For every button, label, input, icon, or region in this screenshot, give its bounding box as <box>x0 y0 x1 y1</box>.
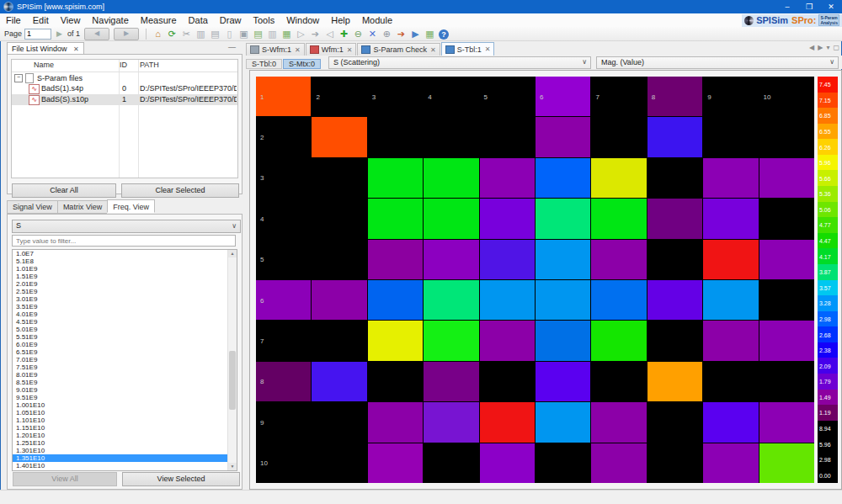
freq-item[interactable]: 1.51E9 <box>13 273 228 280</box>
freq-item[interactable]: 6.51E9 <box>13 348 228 356</box>
save-document-icon[interactable]: ▥ <box>266 28 279 40</box>
tree-expander-icon[interactable]: − <box>14 74 23 82</box>
tab-s-mtx-0[interactable]: S-Mtx:0 <box>283 59 321 69</box>
freq-item[interactable]: 9.01E9 <box>13 386 228 394</box>
menu-draw[interactable]: Draw <box>214 15 248 25</box>
matrix-cell[interactable] <box>703 321 758 360</box>
scroll-down-icon[interactable]: ▼ <box>228 463 237 470</box>
matrix-cell[interactable] <box>703 240 758 279</box>
matrix-cell[interactable] <box>759 280 814 320</box>
matrix-cell[interactable]: 9 <box>703 77 758 116</box>
matrix-cell[interactable] <box>703 117 758 157</box>
matrix-cell[interactable]: 3 <box>256 158 311 198</box>
freq-item[interactable]: 1.201E10 <box>13 432 228 439</box>
matrix-cell[interactable] <box>368 443 423 483</box>
matrix-cell[interactable] <box>368 321 423 360</box>
menu-tools[interactable]: Tools <box>248 15 281 25</box>
tab-s-param-check[interactable]: S-Param Check✕ <box>357 43 440 56</box>
matrix-cell[interactable] <box>480 321 535 360</box>
freq-item[interactable]: 1.051E10 <box>13 409 228 416</box>
tab-s-wfm-1[interactable]: S-Wfm:1✕ <box>246 43 305 56</box>
freq-item[interactable]: 7.51E9 <box>13 363 228 371</box>
document-icon[interactable]: ▯ <box>223 28 236 40</box>
tab-list-icon[interactable]: ▾ <box>826 44 829 51</box>
matrix-cell[interactable] <box>536 117 590 157</box>
freq-item[interactable]: 1.01E9 <box>13 265 228 273</box>
matrix-cell[interactable]: 1 <box>256 77 311 116</box>
back-icon[interactable]: ◁ <box>323 28 336 40</box>
matrix-cell[interactable] <box>591 280 646 320</box>
matrix-cell[interactable] <box>591 362 646 401</box>
menu-edit[interactable]: Edit <box>27 15 55 25</box>
freq-item[interactable]: 1.451E10 <box>13 470 228 470</box>
exit-icon[interactable]: ⌂ <box>152 28 164 40</box>
matrix-cell[interactable]: 4 <box>424 77 478 116</box>
matrix-cell[interactable] <box>536 443 590 483</box>
file-row[interactable]: ∿BadS(S).s10p1D:/SPITest/SPro/IEEEP370/D… <box>12 94 237 105</box>
matrix-cell[interactable]: 2 <box>256 117 311 157</box>
file-row[interactable]: ∿BadS(1).s4p0D:/SPITest/SPro/IEEEP370/De… <box>12 83 237 94</box>
report-icon[interactable]: ▦ <box>424 28 436 40</box>
tab-matrix-view[interactable]: Matrix View <box>57 200 107 214</box>
close-tab-icon[interactable]: ✕ <box>430 46 436 54</box>
matrix-cell[interactable] <box>591 240 646 279</box>
matrix-cell[interactable] <box>759 240 814 279</box>
matrix-cell[interactable] <box>368 280 423 320</box>
freq-item[interactable]: 5.1E8 <box>13 257 228 265</box>
matrix-cell[interactable]: 2 <box>312 77 366 116</box>
freq-item[interactable]: 7.01E9 <box>13 356 228 363</box>
menu-module[interactable]: Module <box>356 15 398 25</box>
matrix-cell[interactable] <box>536 362 590 401</box>
next-page-button[interactable]: ▶ <box>114 28 139 40</box>
matrix-cell[interactable] <box>591 321 646 360</box>
matrix-cell[interactable] <box>368 240 423 279</box>
menu-window[interactable]: Window <box>280 15 325 25</box>
tab-scroll-right-icon[interactable]: ▶ <box>818 44 823 51</box>
menu-file[interactable]: File <box>0 15 27 25</box>
matrix-cell[interactable] <box>759 362 814 401</box>
close-tab-icon[interactable]: ✕ <box>295 46 301 54</box>
matrix-cell[interactable]: 6 <box>256 280 311 320</box>
close-tab-icon[interactable]: ✕ <box>73 45 79 53</box>
page-next-icon[interactable]: ▶ <box>56 29 62 38</box>
menu-measure[interactable]: Measure <box>135 15 183 25</box>
matrix-cell[interactable] <box>480 402 535 442</box>
matrix-cell[interactable] <box>312 402 366 442</box>
add-icon[interactable]: ✚ <box>338 28 350 40</box>
sparam-type-select[interactable]: S (Scattering) ∨ <box>328 56 591 69</box>
matrix-cell[interactable] <box>312 199 366 238</box>
matrix-cell[interactable]: 7 <box>591 77 646 116</box>
freq-item[interactable]: 8.51E9 <box>13 379 228 386</box>
matrix-cell[interactable] <box>480 362 535 401</box>
matrix-cell[interactable] <box>480 443 535 483</box>
zoom-out-icon[interactable]: ⊖ <box>352 28 365 40</box>
matrix-cell[interactable] <box>759 321 814 360</box>
tab-s-tbl-1[interactable]: S-Tbl:1✕ <box>441 42 495 56</box>
matrix-cell[interactable] <box>424 117 478 157</box>
matrix-cell[interactable] <box>368 117 423 157</box>
matrix-cell[interactable] <box>312 280 366 320</box>
panel-minimize-icon[interactable]: — <box>228 43 236 51</box>
matrix-cell[interactable] <box>647 158 702 198</box>
matrix-cell[interactable] <box>647 362 702 401</box>
new-document-icon[interactable]: ▤ <box>252 28 264 40</box>
matrix-cell[interactable] <box>424 280 478 320</box>
matrix-cell[interactable] <box>368 362 423 401</box>
minimize-button[interactable]: – <box>776 0 798 13</box>
doc-export-icon[interactable]: ▷ <box>295 28 307 40</box>
matrix-cell[interactable] <box>591 443 646 483</box>
matrix-cell[interactable]: 5 <box>480 77 535 116</box>
new-window-icon[interactable]: ▣ <box>237 28 250 40</box>
matrix-cell[interactable] <box>480 158 535 198</box>
matrix-cell[interactable]: 4 <box>256 199 311 238</box>
matrix-cell[interactable] <box>647 240 702 279</box>
menu-help[interactable]: Help <box>325 15 356 25</box>
matrix-cell[interactable] <box>647 117 702 157</box>
matrix-cell[interactable]: 5 <box>256 240 311 279</box>
matrix-cell[interactable]: 8 <box>256 362 311 401</box>
matrix-cell[interactable] <box>703 280 758 320</box>
matrix-cell[interactable] <box>759 199 814 238</box>
tab-freq-view[interactable]: Freq. View <box>107 199 155 213</box>
column-header-name[interactable]: Name <box>34 61 54 69</box>
frequency-scrollbar[interactable]: ▲ ▼ <box>227 250 237 470</box>
